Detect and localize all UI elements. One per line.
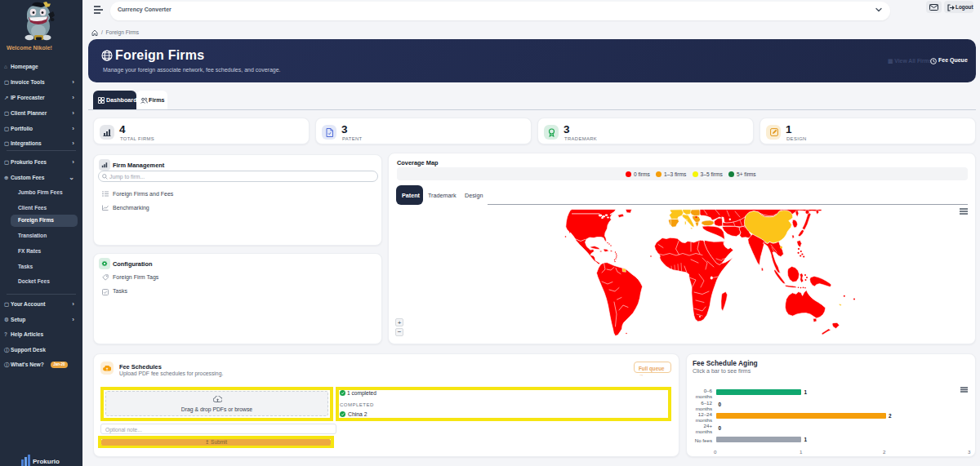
svg-text:Prokurio: Prokurio — [33, 458, 60, 465]
